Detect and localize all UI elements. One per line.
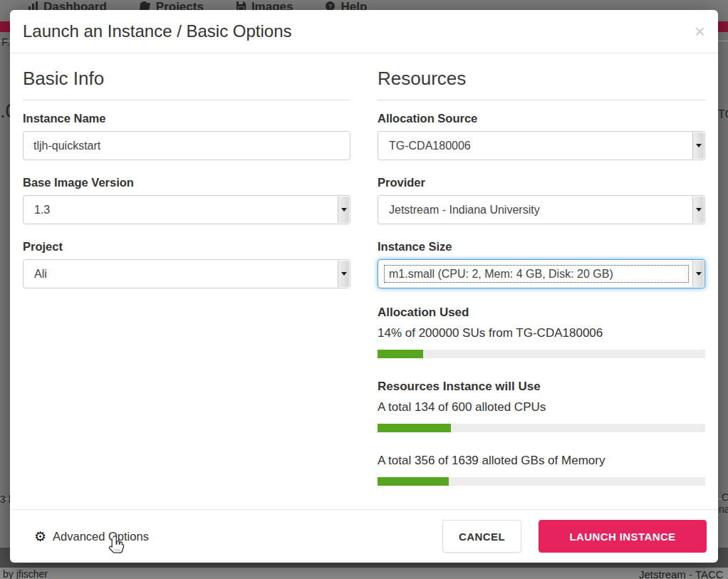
project-label: Project [23, 240, 350, 254]
top-nav: Dashboard Projects Images ? Help [0, 0, 728, 10]
close-icon[interactable]: × [695, 22, 705, 41]
chevron-down-icon [692, 197, 704, 223]
backdrop-bottom-strip [0, 568, 728, 579]
allocation-used-text: 14% of 200000 SUs from TG-CDA180006 [378, 326, 705, 340]
progress-fill [378, 477, 449, 486]
select-value: Ali [34, 268, 47, 281]
chevron-down-icon [338, 261, 349, 287]
cpu-usage-progressbar [378, 424, 705, 432]
backdrop-partial-text: TG [718, 108, 728, 121]
help-circle-icon: ? [326, 0, 335, 10]
backdrop-partial-text: F. [1, 36, 10, 48]
resources-column: Resources Allocation Source TG-CDA180006… [378, 68, 705, 486]
nav-item-help[interactable]: ? Help [326, 0, 367, 10]
progress-fill [378, 350, 423, 358]
chevron-down-icon [338, 197, 349, 223]
modal-body: Basic Info Instance Name Base Image Vers… [10, 53, 718, 486]
nav-item-projects[interactable]: Projects [140, 0, 204, 10]
base-image-version-label: Base Image Version [23, 176, 350, 189]
chevron-down-icon [692, 132, 704, 159]
gear-icon: ⚙ [34, 530, 46, 543]
memory-usage-text: A total 356 of 1639 alloted GBs of Memor… [378, 454, 705, 468]
launch-instance-button[interactable]: LAUNCH INSTANCE [539, 520, 707, 553]
nav-label: Images [251, 0, 293, 10]
allocation-source-select[interactable]: TG-CDA180006 [378, 131, 705, 160]
allocation-used-progressbar [378, 350, 705, 358]
modal-footer: ⚙ Advanced Options CANCEL LAUNCH INSTANC… [10, 509, 718, 563]
basic-info-column: Basic Info Instance Name Base Image Vers… [23, 68, 350, 486]
memory-usage-progressbar [378, 477, 705, 486]
select-value: TG-CDA180006 [389, 140, 471, 152]
focus-outline: m1.small (CPU: 2, Mem: 4 GB, Disk: 20 GB… [384, 265, 689, 283]
svg-text:?: ? [328, 3, 333, 10]
provider-select[interactable]: Jetstream - Indiana University [378, 195, 705, 224]
backdrop-partial-text: na [719, 504, 728, 515]
project-select[interactable]: Ali [23, 259, 350, 288]
launch-instance-modal: Launch an Instance / Basic Options × Bas… [10, 10, 718, 563]
nav-label: Dashboard [43, 0, 107, 10]
modal-header: Launch an Instance / Basic Options × [10, 10, 718, 53]
nav-item-dashboard[interactable]: Dashboard [28, 0, 107, 10]
select-value: m1.small (CPU: 2, Mem: 4 GB, Disk: 20 GB… [389, 268, 613, 281]
advanced-options-link[interactable]: ⚙ Advanced Options [34, 530, 149, 543]
backdrop-partial-text: Jetstream - TACC [639, 568, 724, 579]
instance-name-label: Instance Name [23, 112, 350, 125]
basic-info-heading: Basic Info [23, 68, 350, 100]
resources-used-heading: Resources Instance will Use [378, 380, 705, 394]
select-value: 1.3 [34, 204, 50, 217]
allocation-source-label: Allocation Source [378, 112, 705, 125]
floppy-icon [236, 0, 246, 10]
allocation-used-heading: Allocation Used [378, 306, 705, 320]
cancel-button[interactable]: CANCEL [442, 520, 521, 553]
footer-buttons: CANCEL LAUNCH INSTANCE [442, 520, 707, 553]
cpu-usage-text: A total 134 of 600 alloted CPUs [378, 400, 705, 414]
bar-chart-icon [28, 0, 38, 10]
backdrop-partial-text: C [722, 491, 728, 503]
instance-size-select[interactable]: m1.small (CPU: 2, Mem: 4 GB, Disk: 20 GB… [378, 259, 705, 288]
select-value: Jetstream - Indiana University [389, 204, 540, 217]
advanced-options-label: Advanced Options [53, 530, 149, 543]
progress-fill [378, 424, 451, 432]
base-image-version-select[interactable]: 1.3 [23, 195, 350, 224]
modal-title: Launch an Instance / Basic Options [23, 21, 292, 41]
provider-label: Provider [378, 176, 705, 189]
nav-label: Help [340, 0, 367, 10]
folder-icon [140, 0, 150, 10]
instance-name-input[interactable] [23, 131, 350, 160]
instance-size-label: Instance Size [378, 240, 705, 254]
chevron-down-icon [692, 261, 704, 287]
resources-heading: Resources [378, 68, 705, 100]
nav-label: Projects [156, 0, 204, 10]
nav-item-images[interactable]: Images [236, 0, 293, 10]
backdrop-partial-text: by jfischer [3, 568, 48, 579]
